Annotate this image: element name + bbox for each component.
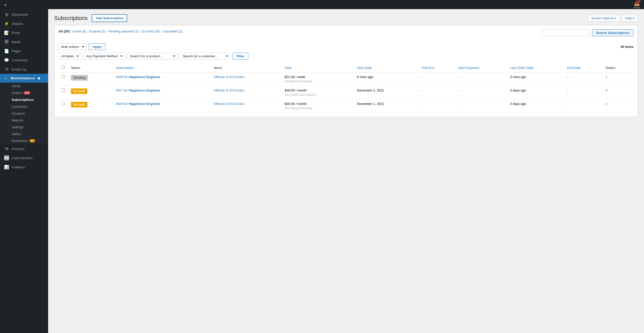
filter-active[interactable]: Active (6) (72, 29, 86, 33)
page-header: Subscriptions Add Subscription Screen Op… (54, 14, 638, 22)
bulk-actions-select[interactable]: Bulk actions (59, 43, 87, 50)
sidebar-item-orders[interactable]: Orders 153 (0, 89, 48, 96)
row-status-cell: Pending (68, 72, 113, 86)
orders-link[interactable]: 1 (605, 75, 607, 79)
search-subscriptions-button[interactable]: Search Subscriptions (592, 29, 634, 36)
sidebar-item-jetpack[interactable]: ⚡ Jetpack (0, 19, 48, 28)
row-start-date-cell: 9 mins ago (354, 72, 418, 86)
sidebar-item-coupons[interactable]: Coupons (0, 110, 48, 117)
row-orders-cell: 3 (602, 86, 634, 99)
col-subscription[interactable]: Subscription (113, 63, 211, 72)
orders-label: Orders (12, 91, 22, 95)
add-subscription-button[interactable]: Add Subscription (92, 14, 127, 22)
row-checkbox-cell (59, 72, 68, 86)
sidebar-item-email-log[interactable]: ✉ Email Log (0, 65, 48, 74)
orders-link[interactable]: 3 (605, 88, 607, 92)
sidebar-item-media[interactable]: 🖼 Media (0, 37, 48, 46)
col-trial-end[interactable]: Trial End (418, 63, 455, 72)
help-button[interactable]: Help ▾ (622, 15, 638, 22)
sidebar-item-label: Media (12, 40, 21, 44)
automatewoo-icon: AW (4, 155, 9, 160)
coupons-label: Coupons (12, 112, 25, 115)
row-total-cell: $20.00 / month Via Manual Renewal (281, 99, 354, 113)
sidebar-item-home[interactable]: Home (0, 83, 48, 89)
select-all-checkbox[interactable] (62, 66, 65, 69)
item-link[interactable]: Diffuser & Oil Choice (214, 102, 244, 106)
sidebar-item-pages[interactable]: 📄 Pages (0, 46, 48, 56)
col-start-date[interactable]: Start Date (354, 63, 418, 72)
filter-cancelled[interactable]: Cancelled (1) (163, 29, 182, 33)
filter-row: All dates Any Payment Method Search for … (59, 53, 634, 60)
apply-button[interactable]: Apply (89, 43, 105, 50)
sidebar-item-products[interactable]: 🛍 Products (0, 144, 48, 153)
inbox-button[interactable]: 📥 Inbox (634, 1, 640, 9)
customer-search-select[interactable]: Search for a customer... (180, 53, 231, 60)
col-total[interactable]: Total (281, 63, 354, 72)
total-meta: Via Manual Renewal (285, 80, 351, 83)
sidebar-item-settings[interactable]: Settings (0, 124, 48, 131)
payment-method-select[interactable]: Any Payment Method (83, 53, 125, 60)
filter-on-hold[interactable]: On hold (10) (142, 29, 160, 33)
sidebar-item-extensions[interactable]: Extensions 11 (0, 137, 48, 144)
row-items-cell: Diffuser & Oil Choice (211, 72, 281, 86)
subscription-link[interactable]: #927 for Happiness Engineer (116, 88, 160, 92)
sidebar-item-subscriptions[interactable]: Subscriptions (0, 96, 48, 103)
table-row: On hold #927 for Happiness Engineer Diff… (59, 86, 634, 99)
row-end-date-cell: - (564, 86, 602, 99)
sidebar-item-analytics[interactable]: 📊 Analytics (0, 162, 48, 172)
row-total-cell: $21.00 / week Via Manual Renewal (281, 72, 354, 86)
table-header-row: Status Subscription Items Total Start Da… (59, 63, 634, 72)
subscription-link[interactable]: #924 for Happiness Engineer (116, 102, 160, 106)
main-content: 📥 Inbox Subscriptions Add Subscription S… (48, 0, 644, 333)
subscription-link[interactable]: #939 for Happiness Engineer (116, 75, 160, 79)
sidebar-item-dashboard[interactable]: ⊞ Dashboard (0, 10, 48, 19)
chevron-down-icon: ▾ (633, 16, 635, 20)
extensions-badge: 11 (29, 139, 35, 142)
status-badge: Pending (71, 75, 88, 81)
products-icon: 🛍 (4, 146, 9, 151)
help-label: Help (625, 16, 632, 20)
row-total-cell: $30.00 / month Via Credit Card Square (281, 86, 354, 99)
col-items: Items (211, 63, 281, 72)
woocommerce-section-header[interactable]: 🛒 WooCommerce ◀ (0, 74, 48, 83)
row-checkbox[interactable] (62, 88, 65, 92)
product-search-select[interactable]: Search for a product... (127, 53, 178, 60)
row-checkbox[interactable] (62, 75, 65, 78)
row-checkbox[interactable] (62, 102, 65, 105)
inbox-label: Inbox (634, 6, 640, 9)
status-badge: On hold (71, 88, 87, 94)
filter-pending-payment[interactable]: Pending payment (1) (108, 29, 139, 33)
row-status-cell: On hold (68, 86, 113, 99)
col-last-order-date[interactable]: Last Order Date (507, 63, 564, 72)
sidebar-item-automatewoo[interactable]: AW AutomateWoo (0, 153, 48, 162)
col-status: Status (68, 63, 113, 72)
row-last-order-date-cell: 3 days ago (507, 99, 564, 113)
filter-expired[interactable]: Expired (2) (89, 29, 105, 33)
screen-options-label: Screen Options (591, 16, 614, 20)
posts-icon: 📝 (4, 30, 9, 35)
row-end-date-cell: - (564, 99, 602, 113)
col-next-payment[interactable]: Next Payment (455, 63, 507, 72)
orders-link[interactable]: 2 (605, 102, 607, 106)
row-start-date-cell: December 2, 2021 (354, 86, 418, 99)
filter-all[interactable]: All (20) (59, 29, 69, 33)
item-link[interactable]: Diffuser & Oil Choice (214, 88, 244, 92)
sidebar-item-customers[interactable]: Customers (0, 103, 48, 110)
sidebar-item-status[interactable]: Status (0, 131, 48, 137)
total-value: $21.00 / week (285, 75, 305, 79)
row-next-payment-cell: - (455, 99, 507, 113)
sidebar-item-reports[interactable]: Reports (0, 117, 48, 124)
status-badge: On hold (71, 102, 87, 107)
subscriptions-label: Subscriptions (12, 98, 34, 102)
item-link[interactable]: Diffuser & Oil Choice (214, 75, 244, 79)
col-end-date[interactable]: End Date (564, 63, 602, 72)
row-end-date-cell: - (564, 72, 602, 86)
sidebar-item-label: Pages (12, 49, 21, 53)
date-filter-select[interactable]: All dates (59, 53, 81, 60)
filter-button[interactable]: Filter (233, 53, 248, 60)
screen-options-button[interactable]: Screen Options ▾ (588, 15, 620, 22)
search-subscriptions-input[interactable] (542, 29, 590, 36)
jetpack-icon: ⚡ (4, 21, 9, 26)
sidebar-item-posts[interactable]: 📝 Posts (0, 28, 48, 37)
sidebar-item-comments[interactable]: 💬 Comments (0, 56, 48, 65)
